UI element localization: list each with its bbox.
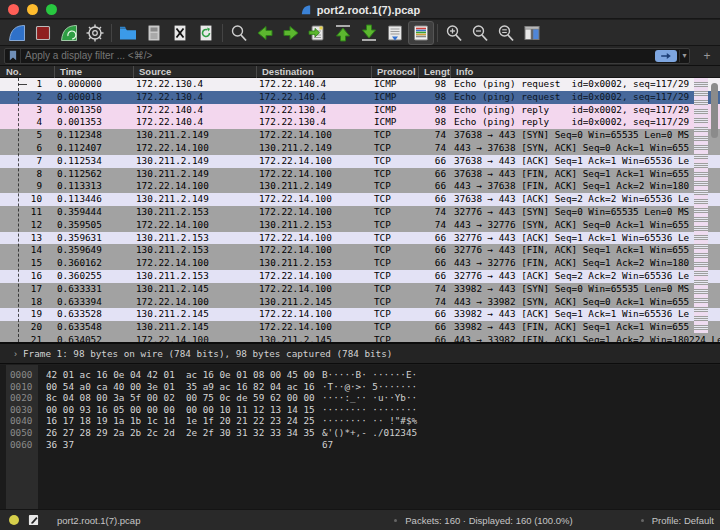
packet-row-13[interactable]: 130.359631130.211.2.153172.22.14.100TCP6… <box>0 232 720 245</box>
resize-columns-button[interactable] <box>519 21 545 45</box>
packet-row-14[interactable]: 140.359649130.211.2.153172.22.14.100TCP6… <box>0 244 720 257</box>
go-last-packet-button[interactable] <box>356 21 382 45</box>
packet-row-10[interactable]: 100.113446130.211.2.149172.22.14.100TCP6… <box>0 193 720 206</box>
conversation-span-line <box>18 78 19 342</box>
start-capture-button[interactable] <box>4 21 30 45</box>
zoom-in-button[interactable] <box>441 21 467 45</box>
cell-protocol: TCP <box>371 321 418 334</box>
find-packet-button[interactable] <box>226 21 252 45</box>
hex-bytes: 00 54 a0 ca 40 00 3e 01 35 a9 ac 16 82 0… <box>46 381 315 392</box>
cell-no: 18 <box>0 296 54 309</box>
save-file-button[interactable] <box>141 21 167 45</box>
cell-destination: 172.22.140.4 <box>256 78 371 91</box>
hex-dump-lines[interactable]: 000042 01 ac 16 0e 04 42 01 ac 16 0e 01 … <box>0 369 720 450</box>
frame-summary-line[interactable]: Frame 1: 98 bytes on wire (784 bits), 98… <box>23 348 392 359</box>
cell-protocol: TCP <box>371 270 418 283</box>
cell-time: 0.359505 <box>54 219 133 232</box>
packet-row-2[interactable]: 20.000018172.22.130.4172.22.140.4ICMP98E… <box>0 91 720 104</box>
hex-line-0020[interactable]: 00208c 04 08 00 3a 5f 00 02 00 75 0c de … <box>0 392 720 404</box>
go-first-packet-button[interactable] <box>330 21 356 45</box>
packet-row-17[interactable]: 170.633331130.211.2.145172.22.14.100TCP7… <box>0 283 720 296</box>
packet-row-18[interactable]: 180.633394172.22.14.100130.211.2.145TCP7… <box>0 296 720 309</box>
hex-line-0060[interactable]: 006036 3767 <box>0 439 720 451</box>
packet-row-5[interactable]: 50.112348130.211.2.149172.22.14.100TCP74… <box>0 129 720 142</box>
statusbar-separator-dot <box>394 519 397 522</box>
go-to-packet-button[interactable] <box>304 21 330 45</box>
hex-line-0030[interactable]: 003000 00 93 16 05 00 00 00 00 00 10 11 … <box>0 404 720 416</box>
packet-row-12[interactable]: 120.359505172.22.14.100130.211.2.153TCP7… <box>0 219 720 232</box>
capture-options-button[interactable] <box>82 21 108 45</box>
hex-line-0050[interactable]: 005026 27 28 29 2a 2b 2c 2d 2e 2f 30 31 … <box>0 427 720 439</box>
intelligent-scrollbar-minimap[interactable] <box>694 78 708 333</box>
packet-row-1[interactable]: 10.000000172.22.130.4172.22.140.4ICMP98E… <box>0 78 720 91</box>
display-filter-field[interactable]: ▾ <box>4 48 690 64</box>
go-back-button[interactable] <box>252 21 278 45</box>
expert-info-icon[interactable] <box>9 515 19 525</box>
zoom-out-button[interactable] <box>467 21 493 45</box>
column-header-source[interactable]: Source <box>133 66 256 78</box>
zoom-normal-button[interactable] <box>493 21 519 45</box>
stop-capture-button[interactable] <box>30 21 56 45</box>
colorize-packets-button[interactable] <box>408 21 434 45</box>
cell-info: Echo (ping) request id=0x0002, seq=117/2… <box>450 78 720 91</box>
cell-no: 5 <box>0 129 54 142</box>
add-filter-button[interactable]: + <box>698 48 716 64</box>
apply-filter-button[interactable] <box>655 50 677 62</box>
cell-protocol: ICMP <box>371 104 418 117</box>
hex-line-0000[interactable]: 000042 01 ac 16 0e 04 42 01 ac 16 0e 01 … <box>0 369 720 381</box>
column-header-length[interactable]: Length <box>418 66 450 78</box>
reload-file-button[interactable] <box>193 21 219 45</box>
hex-offset: 0060 <box>10 439 32 450</box>
column-header-destination[interactable]: Destination <box>256 66 371 78</box>
cell-length: 66 <box>418 168 450 181</box>
packet-row-20[interactable]: 200.633548130.211.2.145172.22.14.100TCP6… <box>0 321 720 334</box>
statusbar-filename[interactable]: port2.root.1(7).pcap <box>57 515 140 526</box>
cell-protocol: TCP <box>371 308 418 321</box>
filter-dropdown-caret[interactable]: ▾ <box>679 50 689 62</box>
column-header-time[interactable]: Time <box>54 66 133 78</box>
cell-protocol: TCP <box>371 168 418 181</box>
cell-info: 443 → 32776 [FIN, ACK] Seq=1 Ack=2 Win=1… <box>450 257 720 270</box>
profile-indicator[interactable]: Profile: Default <box>652 515 714 526</box>
open-file-button[interactable] <box>115 21 141 45</box>
packet-row-19[interactable]: 190.633528130.211.2.145172.22.14.100TCP6… <box>0 308 720 321</box>
hex-ascii: ········ ········ <box>322 404 417 415</box>
packet-row-3[interactable]: 30.001350172.22.140.4172.22.130.4ICMP98E… <box>0 104 720 117</box>
column-header-no[interactable]: No. <box>0 66 54 78</box>
packet-row-7[interactable]: 70.112534130.211.2.149172.22.14.100TCP66… <box>0 155 720 168</box>
packet-row-4[interactable]: 40.001353172.22.140.4172.22.130.4ICMP98E… <box>0 116 720 129</box>
restart-capture-button[interactable] <box>56 21 82 45</box>
cell-source: 172.22.140.4 <box>133 104 256 117</box>
cell-no: 1 <box>0 78 54 91</box>
packet-row-11[interactable]: 110.359444130.211.2.153172.22.14.100TCP7… <box>0 206 720 219</box>
packet-row-16[interactable]: 160.360255130.211.2.153172.22.14.100TCP6… <box>0 270 720 283</box>
stop-square-icon <box>33 23 53 43</box>
packet-row-15[interactable]: 150.360162172.22.14.100130.211.2.153TCP6… <box>0 257 720 270</box>
cell-source: 130.211.2.145 <box>133 283 256 296</box>
vertical-scrollbar-thumb[interactable] <box>711 83 718 138</box>
packet-row-6[interactable]: 60.112407172.22.14.100130.211.2.149TCP74… <box>0 142 720 155</box>
hex-line-0010[interactable]: 001000 54 a0 ca 40 00 3e 01 35 a9 ac 16 … <box>0 381 720 393</box>
cell-destination: 172.22.14.100 <box>256 129 371 142</box>
expand-chevron-icon[interactable]: › <box>14 349 17 359</box>
packet-row-8[interactable]: 80.112562130.211.2.149172.22.14.100TCP66… <box>0 168 720 181</box>
cell-source: 172.22.140.4 <box>133 116 256 129</box>
packet-list-header[interactable]: No. Time Source Destination Protocol Len… <box>0 66 720 78</box>
packet-row-9[interactable]: 90.113313172.22.14.100130.211.2.149TCP66… <box>0 180 720 193</box>
close-file-button[interactable] <box>167 21 193 45</box>
hex-line-0040[interactable]: 004016 17 18 19 1a 1b 1c 1d 1e 1f 20 21 … <box>0 415 720 427</box>
go-forward-button[interactable] <box>278 21 304 45</box>
cell-length: 98 <box>418 91 450 104</box>
column-header-info[interactable]: Info <box>450 66 720 78</box>
hex-bytes: 8c 04 08 00 3a 5f 00 02 00 75 0c de 59 6… <box>46 392 315 403</box>
cell-no: 19 <box>0 308 54 321</box>
capture-comment-icon[interactable] <box>28 514 39 526</box>
column-header-protocol[interactable]: Protocol <box>371 66 418 78</box>
hex-ascii: ····:_·· ·u··Yb·· <box>322 392 417 403</box>
cell-time: 0.634052 <box>54 334 133 342</box>
packet-row-21[interactable]: 210.634052172.22.14.100130.211.2.145TCP6… <box>0 334 720 342</box>
auto-scroll-button[interactable] <box>382 21 408 45</box>
filter-bookmark-button[interactable] <box>5 49 21 63</box>
cell-length: 74 <box>418 283 450 296</box>
display-filter-input[interactable] <box>21 49 655 63</box>
